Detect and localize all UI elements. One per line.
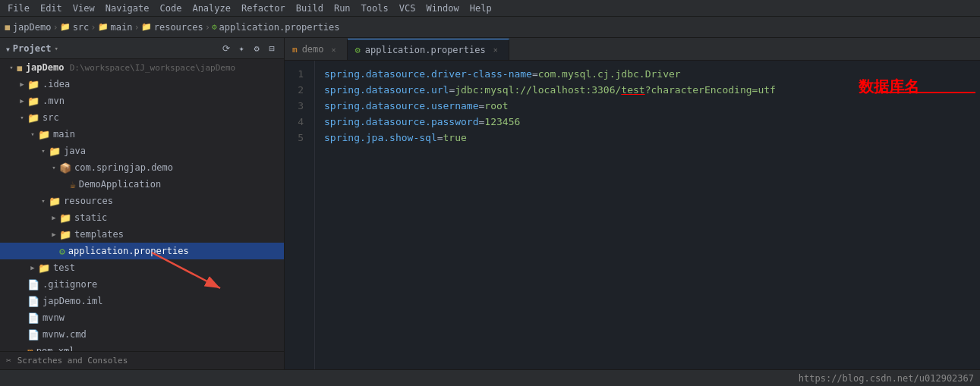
tree-item-mvn[interactable]: ▶ 📁 .mvn	[0, 93, 284, 109]
tab-demo[interactable]: m demo ✕	[285, 39, 348, 60]
tree-label-src: src	[43, 112, 59, 123]
tree-item-test[interactable]: ▶ 📁 test	[0, 259, 284, 276]
tab-demo-close[interactable]: ✕	[329, 44, 339, 55]
tree-arrow-main: ▾	[27, 130, 38, 138]
menu-refactor[interactable]: Refactor	[237, 2, 290, 15]
sidebar-actions: ⟳ ✦ ⚙ ⊟	[220, 42, 278, 55]
breadcrumb-sep-2: ›	[90, 22, 96, 33]
tree-item-package[interactable]: ▾ 📦 com.springjap.demo	[0, 159, 284, 176]
menu-bar: File Edit View Navigate Code Analyze Ref…	[0, 0, 980, 17]
tree-item-demoapplication[interactable]: ▶ ☕ DemoApplication	[0, 176, 284, 193]
line-num-1: 1	[285, 67, 308, 83]
tree-label-templates: templates	[74, 229, 124, 240]
tab-demo-label: demo	[302, 44, 324, 55]
file-icon-mvnwcmd: 📄	[27, 329, 39, 340]
status-bar: https://blog.csdn.net/u012902367	[0, 369, 980, 386]
folder-icon-resources: 📁	[141, 22, 152, 32]
menu-help[interactable]: Help	[465, 2, 496, 15]
menu-file[interactable]: File	[3, 2, 34, 15]
menu-tools[interactable]: Tools	[357, 2, 393, 15]
menu-run[interactable]: Run	[329, 2, 355, 15]
sync-icon[interactable]: ⟳	[220, 42, 232, 55]
tree-arrow-test: ▶	[27, 264, 38, 271]
sidebar: Project ▾ ⟳ ✦ ⚙ ⊟ ▾ ◼ japDemo D:\workspa…	[0, 38, 285, 369]
menu-navigate[interactable]: Navigate	[101, 2, 154, 15]
tree-arrow-templates: ▶	[49, 231, 59, 238]
tree-item-application-properties[interactable]: ▶ ⚙ application.properties	[0, 243, 284, 259]
iml-icon: 📄	[27, 296, 39, 307]
folder-icon-static: 📁	[59, 212, 71, 224]
collapse-icon[interactable]: ⊟	[266, 42, 278, 55]
tree-item-pom[interactable]: ▶ m pom.xml	[0, 343, 284, 351]
tree-item-static[interactable]: ▶ 📁 static	[0, 209, 284, 226]
tree-item-mvnw-cmd[interactable]: ▶ 📄 mvnw.cmd	[0, 326, 284, 343]
tree-item-java[interactable]: ▾ 📁 java	[0, 143, 284, 159]
status-right: https://blog.csdn.net/u012902367	[799, 373, 974, 384]
file-icon-mvnw: 📄	[27, 312, 39, 324]
sidebar-title-label: Project	[13, 43, 52, 54]
tree-item-iml[interactable]: ▶ 📄 japDemo.iml	[0, 293, 284, 309]
breadcrumb: ◼ japDemo › 📁 src › 📁 main › 📁 resources…	[5, 21, 340, 33]
tab-properties-close[interactable]: ✕	[490, 45, 501, 55]
line-numbers: 1 2 3 4 5	[285, 61, 315, 369]
properties-icon-tab: ⚙	[355, 45, 361, 55]
code-editor[interactable]: 1 2 3 4 5 spring.datasource.driver-class…	[285, 61, 980, 369]
menu-vcs[interactable]: VCS	[395, 2, 421, 15]
tree-label-static: static	[74, 212, 107, 223]
sidebar-title: Project ▾	[6, 43, 58, 54]
tree-item-japDemo[interactable]: ▾ ◼ japDemo D:\workspace\IJ_workspace\ja…	[0, 59, 284, 76]
properties-icon-tree: ⚙	[59, 246, 65, 257]
tree-label-application-properties: application.properties	[68, 246, 189, 256]
sidebar-bottom[interactable]: ✂ Scratches and Consoles	[0, 351, 284, 369]
line-num-3: 3	[285, 99, 308, 115]
sidebar-content[interactable]: ▾ ◼ japDemo D:\workspace\IJ_workspace\ja…	[0, 59, 284, 351]
package-icon: 📦	[59, 162, 71, 174]
gear-icon[interactable]: ⚙	[251, 42, 263, 55]
breadcrumb-resources[interactable]: 📁 resources	[141, 22, 203, 33]
tree-label-mvn: .mvn	[43, 96, 65, 106]
menu-build[interactable]: Build	[291, 2, 328, 15]
tree-item-templates[interactable]: ▶ 📁 templates	[0, 226, 284, 243]
folder-icon-templates: 📁	[59, 229, 71, 240]
tree-arrow-src: ▾	[17, 114, 27, 121]
breadcrumb-project[interactable]: ◼ japDemo	[5, 21, 51, 33]
tree-item-resources[interactable]: ▾ 📁 resources	[0, 193, 284, 209]
code-content[interactable]: spring.datasource.driver-class-name=com.…	[315, 61, 980, 369]
watermark-url: https://blog.csdn.net/u012902367	[799, 373, 974, 384]
breadcrumb-file[interactable]: ⚙ application.properties	[212, 22, 340, 33]
menu-view[interactable]: View	[68, 2, 99, 15]
tree-item-main[interactable]: ▾ 📁 main	[0, 126, 284, 143]
menu-window[interactable]: Window	[421, 2, 463, 15]
module-icon-japdemo: ◼	[17, 62, 23, 74]
folder-icon-test: 📁	[38, 262, 50, 274]
folder-icon-java: 📁	[49, 146, 61, 157]
breadcrumb-main[interactable]: 📁 main	[98, 22, 133, 33]
breadcrumb-project-label: japDemo	[13, 22, 52, 33]
breadcrumb-sep-1: ›	[52, 22, 58, 33]
breadcrumb-file-label: application.properties	[219, 22, 340, 33]
tree-label-java: java	[64, 146, 86, 156]
scratches-icon: ✂	[6, 356, 11, 366]
menu-edit[interactable]: Edit	[36, 2, 67, 15]
tree-item-idea[interactable]: ▶ 📁 .idea	[0, 76, 284, 93]
dropdown-icon[interactable]: ▾	[54, 45, 58, 52]
breadcrumb-src[interactable]: 📁 src	[60, 22, 90, 33]
tree-arrow-idea: ▶	[17, 80, 27, 88]
tab-application-properties[interactable]: ⚙ application.properties ✕	[348, 39, 509, 60]
tree-arrow-mvn: ▶	[17, 97, 27, 105]
tree-item-src[interactable]: ▾ 📁 src	[0, 109, 284, 126]
properties-icon-breadcrumb: ⚙	[212, 22, 217, 32]
tree-label-test: test	[53, 262, 75, 273]
tree-label-demoapplication: DemoApplication	[79, 179, 161, 190]
settings-icon[interactable]: ✦	[235, 42, 247, 55]
tab-bar: m demo ✕ ⚙ application.properties ✕	[285, 38, 980, 61]
folder-icon-mvn: 📁	[27, 96, 39, 107]
menu-code[interactable]: Code	[156, 2, 187, 15]
tree-item-mvnw[interactable]: ▶ 📄 mvnw	[0, 309, 284, 326]
menu-analyze[interactable]: Analyze	[187, 2, 235, 15]
tree-item-gitignore[interactable]: ▶ 📄 .gitignore	[0, 276, 284, 293]
tree-label-package: com.springjap.demo	[74, 162, 173, 173]
folder-icon-resources-tree: 📁	[49, 196, 61, 207]
chevron-down-icon	[6, 43, 10, 54]
tree-label-mvnw-cmd: mvnw.cmd	[43, 329, 87, 340]
